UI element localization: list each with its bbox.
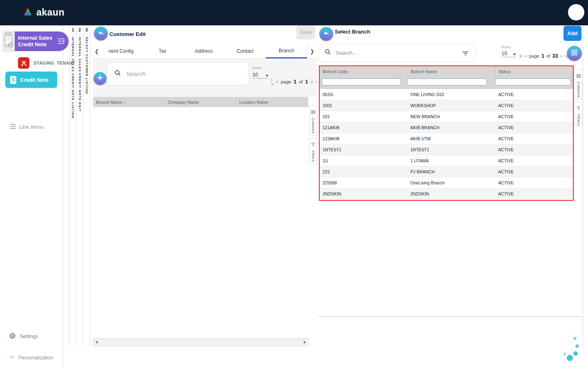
akaun-triangle-logo-icon [22, 6, 33, 18]
tabs-scroll-left-icon[interactable]: ❮ [93, 44, 100, 58]
table-body: 05SSONE LIVING SS2ACTIVE 1001WORKSHOPACT… [320, 89, 573, 199]
filter-input-branch-code[interactable] [322, 79, 401, 85]
panel-right-divider [583, 25, 583, 346]
gear-icon [9, 332, 16, 341]
pagination: |< < page 1 of 1 > >| [271, 77, 318, 87]
list-icon [9, 123, 16, 130]
tabs-scroll-right-icon[interactable]: ❯ [307, 44, 317, 58]
customer-edit-toolbar: Rows 10 |< < page 1 of 1 > >| [93, 59, 317, 97]
stepper-tab-2[interactable]: 2 INTERNAL SALES CREDIT NOTE EDIT [76, 25, 83, 346]
table-row[interactable]: 121AKIBAKIB BRANCHACTIVE [320, 122, 573, 133]
filter-lines-icon[interactable] [462, 50, 469, 58]
prev-page-icon[interactable]: < [276, 79, 278, 84]
table-row[interactable]: 1NTEST11NTEST1ACTIVE [320, 144, 573, 155]
step-label: INTERNAL SALES CREDIT NOTE LISTING [71, 37, 75, 119]
filters-side-tab[interactable]: Filters [309, 138, 317, 164]
columns-side-tab[interactable]: Columns [309, 105, 317, 136]
table-row[interactable]: 2NDSKIN2NDSKINACTIVE [320, 188, 573, 199]
back-arrow-icon [323, 30, 330, 38]
tenant-label: STAGING_TENANT [33, 61, 75, 65]
app-logo: akaun [22, 6, 65, 18]
rows-label: Rows [252, 66, 262, 70]
tab-branch[interactable]: Branch [266, 44, 307, 58]
tab-tax[interactable]: Tax [142, 44, 183, 58]
page-title: Customer Edit [109, 31, 146, 37]
filter-input-branch-name[interactable] [407, 79, 487, 85]
branch-listing-table: Branch Code Branch Name Status 05SSONE L… [319, 65, 574, 201]
column-header-branch-name[interactable]: Branch Name [408, 66, 495, 77]
rows-per-page-select[interactable]: 10 [501, 51, 516, 57]
sidebar-item-line-items[interactable]: Line Items [9, 123, 44, 130]
step-number: 3 [83, 25, 90, 34]
scroll-right-icon[interactable] [304, 341, 306, 344]
add-button[interactable]: Add [564, 26, 581, 41]
page-number: 1 [541, 53, 544, 59]
line-items-label: Line Items [19, 124, 44, 130]
table-row[interactable]: 225588OneLiving BranchACTIVE [320, 177, 573, 188]
page-title: Select Branch [335, 29, 370, 35]
decorative-dot [573, 351, 578, 356]
next-page-icon[interactable]: > [311, 79, 313, 84]
table-row[interactable]: 101NEW BRANCHACTIVE [320, 111, 573, 122]
filters-side-tab[interactable]: Filters [575, 102, 583, 126]
add-branch-button[interactable] [94, 72, 107, 85]
table-row[interactable]: 123AKIBAKIB UTMACTIVE [320, 133, 573, 144]
search-input[interactable] [335, 49, 442, 56]
page-word: page [281, 79, 291, 84]
column-header-branch-name[interactable]: Branch Name ↓ [93, 97, 165, 107]
search-input[interactable] [125, 70, 221, 78]
sidebar-item-personalization[interactable]: Personalization [9, 354, 53, 361]
tab-payment-config[interactable]: nent Config [100, 44, 142, 58]
back-button[interactable] [94, 27, 108, 40]
tenant-row[interactable]: STAGING_TENANT [18, 57, 75, 69]
table-header-row: Branch Code Branch Name Status [320, 66, 573, 77]
first-page-icon[interactable]: |< [519, 54, 523, 58]
table-row[interactable]: 1001WORKSHOPACTIVE [320, 100, 573, 111]
sidebar-item-credit-note[interactable]: $ Credit Note [5, 72, 57, 88]
customer-edit-tabbar: ❮ nent Config Tax Address Contact Branch… [93, 44, 317, 59]
prev-page-icon[interactable]: < [525, 54, 527, 58]
module-icon-tile[interactable] [2, 31, 15, 52]
scroll-left-icon[interactable] [96, 341, 98, 344]
column-header-company-name[interactable]: Company Name [165, 97, 236, 107]
table-row[interactable]: 05SSONE LIVING SS2ACTIVE [320, 89, 573, 100]
page-word: page [529, 54, 539, 58]
first-page-icon[interactable]: |< [271, 77, 274, 87]
search-icon [114, 70, 121, 78]
page-number: 1 [294, 79, 296, 85]
horizontal-scrollbar[interactable] [93, 338, 308, 346]
columns-side-tab[interactable]: Columns [575, 70, 583, 99]
column-header-branch-code[interactable]: Branch Code [320, 66, 408, 77]
page-total: 1 [305, 79, 308, 85]
grid-view-button[interactable] [567, 46, 582, 61]
sort-desc-icon[interactable]: ↓ [123, 100, 125, 105]
column-header-status[interactable]: Status [495, 66, 573, 77]
column-header-location-name[interactable]: Location Name [236, 97, 308, 107]
columns-icon [311, 108, 315, 116]
save-button[interactable]: Save [296, 25, 315, 39]
module-title: Internal Sales Credit Note [18, 35, 56, 48]
step-label: INTERNAL SALES CREDIT NOTE EDIT [78, 37, 82, 112]
tab-address[interactable]: Address [183, 44, 224, 58]
filter-input-status[interactable] [495, 79, 571, 85]
rows-per-page-select[interactable]: 10 [252, 72, 269, 79]
credit-note-label: Credit Note [20, 77, 49, 83]
decorative-dot [573, 337, 577, 340]
table-row[interactable]: 222PJ BRANCHACTIVE [320, 166, 573, 177]
back-button[interactable] [319, 27, 333, 41]
sidebar-item-settings[interactable]: Settings [9, 332, 38, 341]
decorative-dot [563, 352, 566, 356]
back-arrow-icon [98, 29, 105, 38]
page-total: 33 [552, 53, 558, 59]
user-avatar[interactable] [568, 4, 584, 20]
collapse-menu-icon[interactable] [58, 38, 65, 46]
module-pill-internal-sales-credit-note[interactable]: Internal Sales Credit Note [15, 31, 69, 51]
search-icon [325, 49, 331, 57]
next-page-icon[interactable]: > [560, 54, 562, 58]
stepper-tab-1[interactable]: 1 INTERNAL SALES CREDIT NOTE LISTING [69, 25, 76, 346]
tab-contact[interactable]: Contact [225, 44, 266, 58]
workflow-stepper: 1 INTERNAL SALES CREDIT NOTE LISTING 2 I… [69, 25, 90, 346]
table-row[interactable]: 1U1 UTAMAACTIVE [320, 155, 573, 166]
stepper-tab-3[interactable]: 3 SELECT CUSTOMER LISTING [83, 25, 90, 346]
rows-label: Rows [501, 45, 511, 49]
